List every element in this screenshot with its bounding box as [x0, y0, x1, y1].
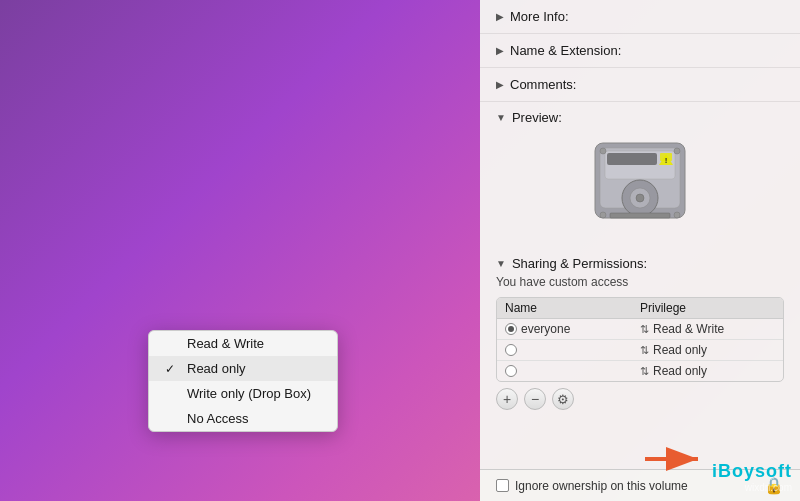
table-row-2[interactable]: ⇅ Read only: [497, 340, 783, 361]
hdd-preview: !: [585, 133, 695, 236]
table-action-buttons: + − ⚙: [496, 388, 784, 410]
permissions-triangle-icon: ▼: [496, 258, 506, 269]
privilege-text-3: Read only: [653, 364, 707, 378]
svg-rect-3: [607, 153, 657, 165]
row-privilege-3[interactable]: ⇅ Read only: [640, 364, 775, 378]
more-info-label: More Info:: [510, 9, 569, 24]
checkmark-read-only: ✓: [165, 362, 179, 376]
preview-triangle-icon: ▼: [496, 112, 506, 123]
name-text-1: everyone: [521, 322, 570, 336]
info-panel: ▶ More Info: ▶ Name & Extension: ▶ Comme…: [480, 0, 800, 501]
dropdown-label-read-write: Read & Write: [187, 336, 264, 351]
privilege-dropdown[interactable]: Read & Write ✓ Read only Write only (Dro…: [148, 330, 338, 432]
privilege-text-1: Read & Write: [653, 322, 724, 336]
svg-text:!: !: [665, 156, 668, 165]
arrow-annotation: [640, 439, 710, 483]
stepper-icon-3: ⇅: [640, 365, 649, 378]
permissions-table: Name Privilege everyone ⇅ Read & Write: [496, 297, 784, 382]
remove-button[interactable]: −: [524, 388, 546, 410]
permissions-header[interactable]: ▼ Sharing & Permissions:: [496, 256, 784, 271]
radio-icon-3: [505, 365, 517, 377]
table-row-3[interactable]: ⇅ Read only: [497, 361, 783, 381]
row-privilege-2[interactable]: ⇅ Read only: [640, 343, 775, 357]
triangle-icon: ▶: [496, 11, 504, 22]
more-info-section[interactable]: ▶ More Info:: [480, 0, 800, 34]
svg-point-12: [674, 148, 680, 154]
svg-point-14: [674, 212, 680, 218]
dropdown-label-write-only: Write only (Drop Box): [187, 386, 311, 401]
watermark: iBoysoft wixdn.com: [712, 461, 792, 493]
row-name-1: everyone: [505, 322, 640, 336]
svg-rect-10: [610, 213, 670, 218]
add-button[interactable]: +: [496, 388, 518, 410]
hdd-svg: !: [585, 133, 695, 233]
privilege-column-header: Privilege: [640, 301, 775, 315]
stepper-icon-2: ⇅: [640, 344, 649, 357]
radio-icon-1: [505, 323, 517, 335]
preview-text: Preview:: [512, 110, 562, 125]
dropdown-item-write-only[interactable]: Write only (Drop Box): [149, 381, 337, 406]
name-extension-label: Name & Extension:: [510, 43, 621, 58]
preview-section: ▼ Preview: !: [480, 102, 800, 248]
row-privilege-1[interactable]: ⇅ Read & Write: [640, 322, 775, 336]
gear-button[interactable]: ⚙: [552, 388, 574, 410]
triangle-icon-2: ▶: [496, 45, 504, 56]
table-header: Name Privilege: [497, 298, 783, 319]
dropdown-item-no-access[interactable]: No Access: [149, 406, 337, 431]
dropdown-item-read-only[interactable]: ✓ Read only: [149, 356, 337, 381]
svg-point-9: [636, 194, 644, 202]
row-name-3: [505, 365, 640, 377]
permissions-label: Sharing & Permissions:: [512, 256, 647, 271]
stepper-icon-1: ⇅: [640, 323, 649, 336]
watermark-sub: wixdn.com: [712, 482, 792, 493]
dropdown-item-read-write[interactable]: Read & Write: [149, 331, 337, 356]
privilege-text-2: Read only: [653, 343, 707, 357]
svg-point-11: [600, 148, 606, 154]
row-name-2: [505, 344, 640, 356]
comments-section[interactable]: ▶ Comments:: [480, 68, 800, 102]
name-column-header: Name: [505, 301, 640, 315]
preview-label: ▼ Preview:: [496, 110, 562, 125]
name-extension-section[interactable]: ▶ Name & Extension:: [480, 34, 800, 68]
watermark-main: iBoysoft: [712, 461, 792, 482]
sharing-permissions-section: ▼ Sharing & Permissions: You have custom…: [480, 248, 800, 469]
custom-access-text: You have custom access: [496, 275, 784, 289]
dropdown-label-read-only: Read only: [187, 361, 246, 376]
comments-label: Comments:: [510, 77, 576, 92]
triangle-icon-3: ▶: [496, 79, 504, 90]
arrow-svg: [640, 439, 710, 479]
dropdown-label-no-access: No Access: [187, 411, 248, 426]
ignore-ownership-checkbox[interactable]: [496, 479, 509, 492]
table-row[interactable]: everyone ⇅ Read & Write: [497, 319, 783, 340]
svg-point-13: [600, 212, 606, 218]
radio-icon-2: [505, 344, 517, 356]
